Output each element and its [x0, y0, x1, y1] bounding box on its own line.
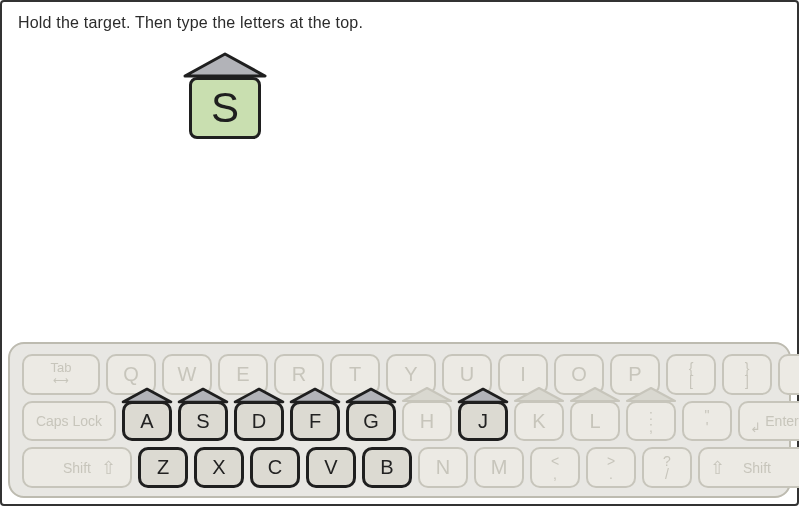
instruction-text: Hold the target. Then type the letters a… — [18, 14, 363, 32]
key-label: C — [268, 456, 282, 479]
key-label: H — [420, 410, 434, 433]
key-f[interactable]: F — [290, 401, 340, 442]
key-symbol-bot: , — [532, 466, 578, 482]
target-letter: S — [211, 84, 239, 132]
lesson-frame: Hold the target. Then type the letters a… — [0, 0, 799, 506]
key-x[interactable]: X — [194, 447, 244, 488]
key-symbol-bot: . — [588, 466, 634, 482]
house-roof-icon — [179, 50, 271, 80]
home-roof-icon — [568, 385, 622, 403]
key-label: O — [571, 363, 587, 386]
key-label: R — [292, 363, 306, 386]
keyboard-row-3: Shift ⇧ Z X C V B N M < , > . ? / ⇧ — [22, 447, 777, 488]
key-label: X — [212, 456, 225, 479]
tab-icon: Tab ⟷ — [51, 362, 72, 386]
target-body: S — [189, 77, 261, 139]
key-label: D — [252, 410, 266, 433]
key-label: P — [628, 363, 641, 386]
key-tab[interactable]: Tab ⟷ — [22, 354, 100, 395]
home-roof-icon — [120, 386, 174, 404]
enter-arrow-icon: ↲ — [750, 420, 761, 435]
key-k[interactable]: K — [514, 401, 564, 442]
home-roof-icon — [624, 385, 678, 403]
key-backslash[interactable]: | \ — [778, 354, 799, 395]
key-period[interactable]: > . — [586, 447, 636, 488]
home-roof-icon — [512, 385, 566, 403]
key-a[interactable]: A — [122, 401, 172, 442]
shift-up-icon: ⇧ — [101, 457, 116, 479]
key-c[interactable]: C — [250, 447, 300, 488]
key-label: Z — [157, 456, 169, 479]
key-enter[interactable]: Enter ↲ — [738, 401, 799, 442]
home-roof-icon — [456, 386, 510, 404]
key-capslock[interactable]: Caps Lock — [22, 401, 116, 442]
key-label: F — [309, 410, 321, 433]
key-bracket-right[interactable]: } ] — [722, 354, 772, 395]
key-shift-left[interactable]: Shift ⇧ — [22, 447, 132, 488]
key-symbol-bot: / — [644, 466, 690, 482]
key-d[interactable]: D — [234, 401, 284, 442]
key-label: T — [349, 363, 361, 386]
key-j[interactable]: J — [458, 401, 508, 442]
key-label: W — [178, 363, 197, 386]
key-label: Shift — [63, 460, 91, 476]
key-semicolon[interactable]: : ; — [626, 401, 676, 442]
key-label: U — [460, 363, 474, 386]
key-label: G — [363, 410, 379, 433]
home-roof-icon — [400, 385, 454, 403]
key-b[interactable]: B — [362, 447, 412, 488]
key-label: Shift — [743, 460, 771, 476]
key-n[interactable]: N — [418, 447, 468, 488]
key-g[interactable]: G — [346, 401, 396, 442]
key-label: V — [324, 456, 337, 479]
key-l[interactable]: L — [570, 401, 620, 442]
key-symbol-bot: \ — [780, 373, 799, 389]
key-h[interactable]: H — [402, 401, 452, 442]
key-v[interactable]: V — [306, 447, 356, 488]
key-symbol-bot: ' — [684, 419, 730, 435]
key-symbol-bot: ] — [724, 373, 770, 389]
keyboard-row-2: Caps Lock A S D F G — [22, 401, 777, 442]
key-label: Q — [123, 363, 139, 386]
key-label: Caps Lock — [36, 413, 102, 429]
key-m[interactable]: M — [474, 447, 524, 488]
key-label: Y — [404, 363, 417, 386]
onscreen-keyboard: Tab ⟷ Q W E R T Y U I O P { [ } ] | — [8, 342, 791, 498]
key-label: J — [478, 410, 488, 433]
key-symbol-bot: ; — [628, 419, 674, 435]
key-quote[interactable]: " ' — [682, 401, 732, 442]
key-s[interactable]: S — [178, 401, 228, 442]
key-comma[interactable]: < , — [530, 447, 580, 488]
key-label: I — [520, 363, 526, 386]
key-label: E — [236, 363, 249, 386]
key-label: L — [589, 410, 600, 433]
shift-up-icon: ⇧ — [710, 457, 725, 479]
home-roof-icon — [344, 386, 398, 404]
key-label: B — [380, 456, 393, 479]
key-z[interactable]: Z — [138, 447, 188, 488]
key-shift-right[interactable]: ⇧ Shift — [698, 447, 799, 488]
home-roof-icon — [176, 386, 230, 404]
key-label: Enter — [765, 413, 798, 429]
home-roof-icon — [232, 386, 286, 404]
home-roof-icon — [288, 386, 342, 404]
key-label: N — [436, 456, 450, 479]
key-label: K — [532, 410, 545, 433]
key-label: S — [196, 410, 209, 433]
key-slash[interactable]: ? / — [642, 447, 692, 488]
target-house[interactable]: S — [180, 50, 270, 142]
key-label: M — [491, 456, 508, 479]
key-label: A — [140, 410, 153, 433]
